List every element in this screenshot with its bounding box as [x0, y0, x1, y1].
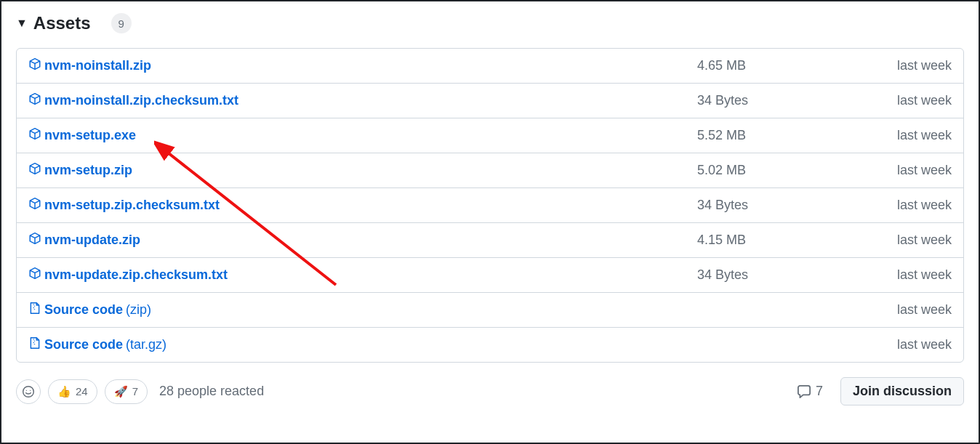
- asset-size: 4.65 MB: [697, 58, 872, 73]
- package-icon: [28, 267, 41, 283]
- asset-link[interactable]: nvm-setup.exe: [44, 128, 136, 143]
- reaction-thumbs-count: 24: [76, 385, 88, 397]
- asset-date: last week: [872, 337, 952, 352]
- assets-title: Assets: [33, 13, 91, 33]
- package-icon: [28, 197, 41, 214]
- asset-list: nvm-noinstall.zip4.65 MBlast weeknvm-noi…: [16, 48, 964, 363]
- asset-link[interactable]: nvm-noinstall.zip.checksum.txt: [44, 93, 238, 108]
- package-icon: [28, 162, 41, 179]
- asset-date: last week: [872, 198, 952, 213]
- asset-link[interactable]: Source code: [44, 337, 123, 352]
- rocket-icon: 🚀: [114, 385, 128, 398]
- comments-link[interactable]: 7: [797, 384, 823, 399]
- asset-size: 4.15 MB: [697, 233, 872, 248]
- asset-row: Source code (zip)last week: [17, 292, 963, 327]
- asset-row: nvm-noinstall.zip.checksum.txt34 Bytesla…: [17, 83, 963, 118]
- asset-row: Source code (tar.gz)last week: [17, 327, 963, 362]
- asset-date: last week: [872, 128, 952, 143]
- reaction-summary: 28 people reacted: [159, 384, 264, 399]
- package-icon: [28, 127, 41, 144]
- asset-size: 34 Bytes: [697, 267, 872, 283]
- asset-link[interactable]: nvm-setup.zip.checksum.txt: [44, 198, 220, 213]
- asset-row: nvm-update.zip4.15 MBlast week: [17, 222, 963, 257]
- asset-date: last week: [872, 302, 952, 318]
- file-zip-icon: [28, 336, 41, 353]
- asset-ext: (zip): [126, 302, 151, 318]
- comment-icon: [797, 384, 811, 399]
- asset-date: last week: [872, 267, 952, 283]
- asset-date: last week: [872, 233, 952, 248]
- add-reaction-button[interactable]: [16, 379, 41, 404]
- asset-link[interactable]: nvm-setup.zip: [44, 163, 132, 178]
- caret-down-icon: ▼: [16, 17, 28, 29]
- package-icon: [28, 232, 41, 249]
- asset-ext: (tar.gz): [126, 337, 166, 352]
- smiley-icon: [22, 385, 35, 398]
- asset-link[interactable]: nvm-update.zip.checksum.txt: [44, 267, 228, 283]
- thumbs-up-icon: 👍: [57, 385, 71, 398]
- assets-toggle[interactable]: ▼ Assets 9: [16, 13, 964, 33]
- asset-link[interactable]: nvm-update.zip: [44, 233, 140, 248]
- assets-count-badge: 9: [111, 13, 132, 33]
- join-discussion-button[interactable]: Join discussion: [840, 377, 964, 405]
- reaction-rocket[interactable]: 🚀 7: [105, 379, 148, 404]
- svg-point-10: [30, 389, 31, 390]
- comments-count: 7: [816, 384, 823, 399]
- asset-row: nvm-setup.zip5.02 MBlast week: [17, 153, 963, 187]
- asset-size: 34 Bytes: [697, 93, 872, 108]
- asset-date: last week: [872, 93, 952, 108]
- svg-point-9: [26, 389, 27, 390]
- asset-date: last week: [872, 58, 952, 73]
- asset-row: nvm-setup.zip.checksum.txt34 Byteslast w…: [17, 187, 963, 222]
- package-icon: [28, 92, 41, 109]
- asset-size: 5.52 MB: [697, 128, 872, 143]
- file-zip-icon: [28, 302, 41, 318]
- asset-row: nvm-setup.exe5.52 MBlast week: [17, 118, 963, 153]
- asset-link[interactable]: nvm-noinstall.zip: [44, 58, 151, 73]
- reaction-rocket-count: 7: [132, 385, 138, 397]
- reaction-thumbs-up[interactable]: 👍 24: [48, 379, 97, 404]
- asset-size: 34 Bytes: [697, 198, 872, 213]
- asset-row: nvm-update.zip.checksum.txt34 Byteslast …: [17, 257, 963, 292]
- package-icon: [28, 57, 41, 74]
- asset-row: nvm-noinstall.zip4.65 MBlast week: [17, 49, 963, 83]
- asset-date: last week: [872, 163, 952, 178]
- asset-link[interactable]: Source code: [44, 302, 123, 318]
- asset-size: 5.02 MB: [697, 163, 872, 178]
- svg-point-8: [23, 386, 34, 397]
